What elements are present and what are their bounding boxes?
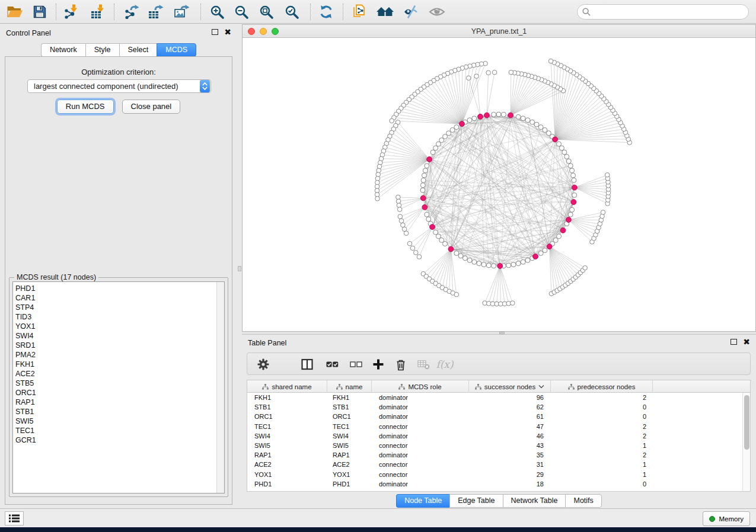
hide-selected-button[interactable]: [400, 2, 422, 22]
tab-select[interactable]: Select: [119, 43, 157, 57]
window-minimize-button[interactable]: [260, 28, 267, 35]
tab-node-table[interactable]: Node Table: [396, 494, 449, 508]
mcds-result-item[interactable]: STB1: [15, 407, 224, 416]
open-file-button[interactable]: [4, 2, 26, 22]
column-header-name[interactable]: name: [327, 380, 372, 393]
mcds-result-item[interactable]: TID3: [15, 312, 224, 322]
search-input[interactable]: [594, 6, 748, 18]
mcds-result-item[interactable]: CAR1: [15, 293, 224, 303]
export-image-button[interactable]: [171, 2, 193, 22]
select-all-rows-button[interactable]: [323, 356, 341, 373]
table-row[interactable]: RAP1RAP1dominator352: [247, 450, 750, 460]
save-session-button[interactable]: [28, 2, 51, 22]
float-panel-icon[interactable]: [212, 29, 218, 35]
toolbar-separator: [343, 4, 343, 20]
open-folder-icon: [7, 5, 23, 19]
table-cell: 1: [551, 471, 653, 478]
table-cell: 2: [551, 451, 653, 459]
mcds-result-item[interactable]: PMA2: [15, 350, 224, 360]
table-row[interactable]: SWI5SWI5connector431: [247, 441, 750, 450]
tab-mcds[interactable]: MCDS: [157, 43, 196, 57]
mcds-result-item[interactable]: SWI5: [15, 416, 224, 426]
table-cell: ACE2: [327, 461, 372, 468]
table-row[interactable]: ORC1ORC1dominator610: [247, 412, 750, 421]
column-header-shared-name[interactable]: shared name: [247, 380, 327, 393]
table-cell: 47: [469, 423, 551, 430]
delete-table-button[interactable]: [414, 356, 432, 373]
refresh-button[interactable]: [315, 2, 337, 22]
mcds-result-item[interactable]: FKH1: [15, 360, 224, 369]
table-row[interactable]: SWI4SWI4dominator462: [247, 431, 750, 441]
table-row[interactable]: TEC1TEC1connector472: [247, 422, 750, 431]
mcds-result-item[interactable]: ORC1: [15, 388, 224, 398]
mcds-result-item[interactable]: TEC1: [15, 426, 224, 435]
add-column-button[interactable]: [369, 356, 387, 373]
tab-network-table[interactable]: Network Table: [503, 494, 566, 508]
tab-network[interactable]: Network: [41, 43, 85, 57]
result-list-scrollbar[interactable]: [216, 282, 224, 493]
delete-column-button[interactable]: [392, 356, 410, 373]
tab-edge-table[interactable]: Edge Table: [449, 494, 502, 508]
search-field[interactable]: [577, 4, 749, 20]
window-zoom-button[interactable]: [272, 28, 279, 35]
tab-motifs[interactable]: Motifs: [565, 494, 601, 508]
optimization-criterion-select[interactable]: largest connected component (undirected): [27, 79, 211, 93]
columns-icon: [301, 358, 313, 370]
zoom-selected-button[interactable]: [280, 2, 303, 22]
splitter-handle[interactable]: [238, 266, 241, 271]
close-panel-icon[interactable]: ✖: [224, 29, 231, 35]
table-row[interactable]: STB1STB1dominator620: [247, 402, 750, 412]
show-all-button[interactable]: [426, 2, 448, 22]
zoom-in-button[interactable]: [206, 2, 228, 22]
split-columns-button[interactable]: [298, 356, 316, 373]
export-table-button[interactable]: [145, 2, 167, 22]
clone-network-button[interactable]: [348, 2, 371, 22]
network-canvas[interactable]: [243, 38, 755, 331]
mcds-result-item[interactable]: SWI4: [15, 331, 224, 341]
table-cell: 29: [469, 471, 551, 478]
mcds-result-list[interactable]: PHD1CAR1STP4TID3YOX1SWI4SRD1PMA2FKH1ACE2…: [12, 281, 225, 493]
neighbors-button[interactable]: [374, 2, 397, 22]
vertical-splitter[interactable]: [237, 24, 242, 508]
network-window-titlebar[interactable]: YPA_prune.txt_1: [243, 25, 755, 38]
apply-function-button[interactable]: f(x): [436, 356, 454, 373]
zoom-fit-button[interactable]: [255, 2, 277, 22]
mcds-result-item[interactable]: GCR1: [15, 435, 224, 445]
close-panel-button[interactable]: Close panel: [122, 100, 181, 114]
mcds-result-item[interactable]: STP4: [15, 303, 224, 312]
table-row[interactable]: FKH1FKH1dominator962: [247, 393, 750, 402]
mcds-result-item[interactable]: SRD1: [15, 341, 224, 350]
memory-button[interactable]: Memory: [703, 511, 750, 526]
close-panel-icon[interactable]: ✖: [743, 339, 750, 345]
mcds-result-item[interactable]: ACE2: [15, 369, 224, 379]
mcds-result-item[interactable]: YOX1: [15, 322, 224, 331]
table-row[interactable]: PHD1PHD1dominator180: [247, 479, 750, 489]
table-row[interactable]: YOX1YOX1connector291: [247, 470, 750, 479]
panel-menu-button[interactable]: [5, 511, 24, 525]
column-settings-button[interactable]: [254, 356, 272, 373]
export-network-button[interactable]: [120, 2, 143, 22]
table-cell: 31: [469, 461, 551, 468]
column-header-predecessor-nodes[interactable]: predecessor nodes: [551, 380, 653, 393]
tab-style[interactable]: Style: [85, 43, 119, 57]
mcds-result-item[interactable]: PHD1: [15, 284, 224, 293]
scrollbar-thumb[interactable]: [744, 395, 749, 450]
column-header-MCDS-role[interactable]: MCDS role: [372, 380, 469, 393]
table-scrollbar[interactable]: [742, 393, 750, 492]
network-graph[interactable]: [243, 38, 755, 331]
run-mcds-button[interactable]: Run MCDS: [57, 100, 114, 114]
deselect-all-rows-button[interactable]: [347, 356, 365, 373]
table-cell: 46: [469, 432, 551, 440]
column-header-successor-nodes[interactable]: successor nodes: [469, 380, 551, 393]
mcds-result-item[interactable]: RAP1: [15, 398, 224, 407]
import-network-button[interactable]: [60, 2, 82, 22]
mcds-result-item[interactable]: STB5: [15, 379, 224, 388]
table-toolbar: f(x): [247, 352, 751, 375]
zoom-out-button[interactable]: [230, 2, 253, 22]
table-row[interactable]: ACE2ACE2connector311: [247, 460, 750, 469]
main-toolbar: [0, 0, 756, 24]
import-table-button[interactable]: [87, 2, 109, 22]
float-panel-icon[interactable]: [731, 339, 737, 345]
window-close-button[interactable]: [248, 28, 255, 35]
sitemap-icon: [475, 384, 481, 390]
